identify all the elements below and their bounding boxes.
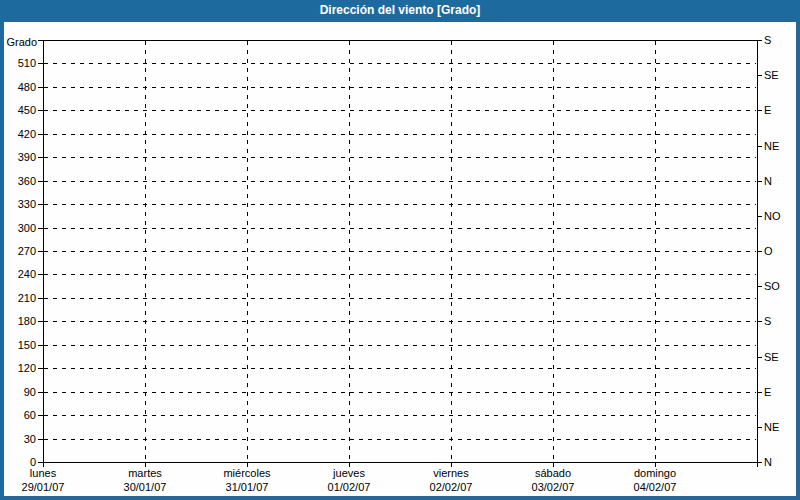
y-left-tick-mark [38, 228, 43, 229]
x-axis-date-label: 02/02/07 [406, 481, 496, 493]
h-gridline [44, 392, 756, 393]
x-axis-day-label: domingo [610, 467, 700, 479]
y-right-tick-mark [757, 181, 762, 182]
y-left-tick-mark [38, 157, 43, 158]
y-left-tick-label: 450 [0, 104, 36, 116]
x-axis-date-label: 29/01/07 [0, 481, 88, 493]
v-gridline [451, 41, 452, 461]
x-axis-day-label: miércoles [202, 467, 292, 479]
h-gridline [44, 181, 756, 182]
h-gridline [44, 274, 756, 275]
y-right-compass-label: SE [764, 351, 794, 363]
y-right-tick-mark [757, 75, 762, 76]
y-right-compass-label: E [764, 104, 794, 116]
y-right-tick-mark [757, 392, 762, 393]
y-left-tick-label: 180 [0, 315, 36, 327]
h-gridline [44, 345, 756, 346]
y-right-compass-label: NE [764, 421, 794, 433]
y-right-tick-mark [757, 286, 762, 287]
y-right-tick-mark [757, 110, 762, 111]
y-right-tick-mark [757, 321, 762, 322]
v-gridline [655, 41, 656, 461]
y-left-tick-label: 210 [0, 292, 36, 304]
y-right-compass-label: N [764, 456, 794, 468]
y-left-tick-label: 390 [0, 151, 36, 163]
y-left-tick-mark [38, 251, 43, 252]
y-left-tick-mark [38, 110, 43, 111]
y-right-tick-mark [757, 146, 762, 147]
y-left-tick-mark [38, 204, 43, 205]
h-gridline [44, 439, 756, 440]
y-left-tick-label: 240 [0, 268, 36, 280]
y-axis-unit-label: Grado [0, 36, 37, 48]
y-right-compass-label: S [764, 315, 794, 327]
x-axis-day-label: viernes [406, 467, 496, 479]
y-left-tick-label: 270 [0, 245, 36, 257]
y-left-tick-mark [38, 368, 43, 369]
v-gridline [247, 41, 248, 461]
h-gridline [44, 415, 756, 416]
y-left-tick-label: 90 [0, 386, 36, 398]
h-gridline [44, 321, 756, 322]
h-gridline [44, 228, 756, 229]
y-right-tick-mark [757, 216, 762, 217]
y-left-tick-mark [38, 298, 43, 299]
y-left-tick-label: 360 [0, 175, 36, 187]
x-axis-day-label: martes [100, 467, 190, 479]
h-gridline [44, 251, 756, 252]
x-axis-date-label: 31/01/07 [202, 481, 292, 493]
y-left-tick-mark [38, 274, 43, 275]
h-gridline [44, 157, 756, 158]
y-left-tick-mark [38, 415, 43, 416]
y-right-compass-label: SE [764, 69, 794, 81]
y-right-tick-mark [757, 357, 762, 358]
y-right-tick-mark [757, 427, 762, 428]
y-left-tick-label: 60 [0, 409, 36, 421]
y-left-tick-label: 120 [0, 362, 36, 374]
y-left-tick-label: 420 [0, 128, 36, 140]
h-gridline [44, 110, 756, 111]
y-left-tick-mark [38, 392, 43, 393]
y-left-tick-mark [38, 439, 43, 440]
v-gridline [145, 41, 146, 461]
y-right-compass-label: N [764, 175, 794, 187]
h-gridline [44, 63, 756, 64]
y-right-compass-label: S [764, 34, 794, 46]
y-left-tick-mark [38, 134, 43, 135]
chart-title: Dirección del viento [Grado] [0, 0, 800, 21]
x-axis-day-label: lunes [0, 467, 88, 479]
y-right-tick-mark [757, 462, 762, 463]
y-left-tick-mark [38, 321, 43, 322]
y-right-tick-mark [757, 251, 762, 252]
y-left-tick-label: 30 [0, 433, 36, 445]
y-left-tick-mark [38, 40, 43, 41]
y-left-tick-label: 480 [0, 81, 36, 93]
v-gridline [349, 41, 350, 461]
y-right-compass-label: SO [764, 280, 794, 292]
y-left-tick-label: 300 [0, 222, 36, 234]
x-axis-date-label: 30/01/07 [100, 481, 190, 493]
h-gridline [44, 368, 756, 369]
y-left-tick-mark [38, 63, 43, 64]
x-axis-day-label: jueves [304, 467, 394, 479]
y-left-tick-mark [38, 345, 43, 346]
h-gridline [44, 134, 756, 135]
h-gridline [44, 87, 756, 88]
y-left-tick-label: 330 [0, 198, 36, 210]
h-gridline [44, 204, 756, 205]
wind-direction-chart-window: Dirección del viento [Grado] Grado 03060… [0, 0, 800, 500]
y-left-tick-label: 510 [0, 57, 36, 69]
x-axis-date-label: 04/02/07 [610, 481, 700, 493]
x-axis-date-label: 03/02/07 [508, 481, 598, 493]
y-right-compass-label: O [764, 245, 794, 257]
x-axis-day-label: sábado [508, 467, 598, 479]
y-right-compass-label: E [764, 386, 794, 398]
x-axis-date-label: 01/02/07 [304, 481, 394, 493]
y-right-compass-label: NE [764, 140, 794, 152]
v-gridline [553, 41, 554, 461]
y-left-tick-mark [38, 181, 43, 182]
y-left-tick-label: 150 [0, 339, 36, 351]
y-right-tick-mark [757, 40, 762, 41]
h-gridline [44, 298, 756, 299]
y-right-compass-label: NO [764, 210, 794, 222]
